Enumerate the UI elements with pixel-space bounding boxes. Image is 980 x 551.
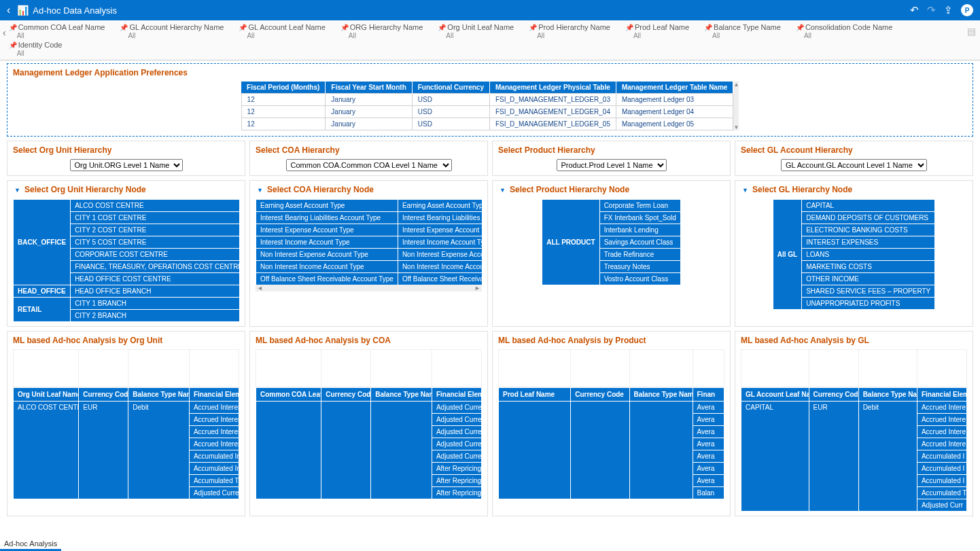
node-item[interactable]: UNAPPROPRIATED PROFITS [802,297,935,309]
node-item[interactable]: Corporate Term Loan [599,199,680,211]
column-header[interactable]: Fiscal Year Start Month [326,82,412,94]
analysis-table[interactable]: Org Unit Leaf NameCurrency CodeBalance T… [13,387,239,499]
column-header[interactable]: Currency Code [809,387,858,401]
node-item[interactable]: CORPORATE COST CENTRE [71,248,239,260]
node-item[interactable]: CITY 5 COST CENTRE [71,236,239,248]
node-item[interactable]: SHARED SERVICE FEES – PROPERTY [802,285,935,297]
node-group[interactable]: HEAD_OFFICE [14,285,71,297]
column-header[interactable]: Fiscal Period (Months) [241,82,326,94]
coa-hierarchy-select[interactable]: Common COA.Common COA Level 1 Name [286,159,452,171]
coa-node-scrollbar[interactable] [256,285,482,291]
node-item[interactable]: Interbank Lending [599,224,680,236]
node-group[interactable]: BACK_OFFICE [14,199,71,285]
table-row[interactable]: 12JanuaryUSDFSI_D_MANAGEMENT_LEDGER_03Ma… [241,94,733,106]
node-item[interactable]: HEAD OFFICE BRANCH [71,285,239,297]
node-item[interactable]: CITY 1 COST CENTRE [71,211,239,224]
column-header[interactable]: Balance Type Name [128,387,190,401]
column-header[interactable]: Currency Code [79,387,128,401]
column-header[interactable]: Management Ledger Table Name [616,82,733,94]
node-item[interactable]: Vostro Account Class [599,272,680,285]
node-item[interactable]: HEAD OFFICE COST CENTRE [71,272,239,285]
all-steps-icon[interactable]: ▤ [967,26,976,37]
node-group[interactable]: RETAIL [14,297,71,321]
node-group[interactable]: ALL PRODUCT [542,199,599,285]
gl-node-table[interactable]: All GLCAPITALDEMAND DEPOSITS OF CUSTOMER… [773,199,935,310]
node-row[interactable]: All GLCAPITAL [773,199,934,211]
node-item[interactable]: Interest Income Account Type [256,236,398,248]
node-item[interactable]: Savings Account Class [599,236,680,248]
export-button[interactable]: ⇪ [944,4,953,16]
column-header[interactable]: Balance Type Name [629,387,693,401]
node-row[interactable]: HEAD_OFFICEHEAD OFFICE BRANCH [14,285,240,297]
org-node-table[interactable]: BACK_OFFICEALCO COST CENTRECITY 1 COST C… [13,199,239,322]
preferences-scrollbar[interactable]: ▲▼ [733,82,739,130]
node-item[interactable]: Interest Expense Account Type [256,224,398,236]
table-row[interactable]: CAPITALEURDebitAccrued Intere [741,401,967,413]
product-node-table[interactable]: ALL PRODUCTCorporate Term LoanFX Interba… [542,199,681,285]
filter-icon[interactable]: ▼ [13,186,22,195]
analysis-table[interactable]: Prod Leaf NameCurrency CodeBalance Type … [498,387,724,499]
column-header[interactable]: Prod Leaf Name [499,387,571,401]
node-item[interactable]: Off Balance Sheet Receivable Account Typ… [398,272,482,285]
node-item[interactable]: Interest Expense Account Type [398,224,482,236]
filter-icon[interactable]: ▼ [256,186,264,195]
node-row[interactable]: Interest Income Account TypeInterest Inc… [256,236,483,248]
column-header[interactable]: Financial Elemen [189,387,239,401]
node-item[interactable]: LOANS [802,248,935,260]
gl-hierarchy-select[interactable]: GL Account.GL Account Level 1 Name [781,159,927,171]
node-item[interactable]: Non Interest Income Account Type [256,260,398,272]
product-hierarchy-select[interactable]: Product.Prod Level 1 Name [557,159,667,171]
redo-button[interactable]: ↷ [927,4,936,16]
node-item[interactable]: ALCO COST CENTRE [71,199,239,211]
table-row[interactable]: 12JanuaryUSDFSI_D_MANAGEMENT_LEDGER_04Ma… [241,106,733,118]
filter-item[interactable]: 📌Consolidation Code NameAll [796,23,892,39]
filter-item[interactable]: 📌ORG Hierarchy NameAll [340,23,423,39]
node-item[interactable]: FINANCE, TREASURY, OPERATIONS COST CENTR… [71,260,239,272]
column-header[interactable]: Org Unit Leaf Name [14,387,79,401]
node-item[interactable]: Off Balance Sheet Receivable Account Typ… [256,272,398,285]
filter-item[interactable]: 📌Prod Hierarchy NameAll [529,23,610,39]
filter-item[interactable]: 📌GL Account Leaf NameAll [239,23,325,39]
undo-button[interactable]: ↶ [910,4,919,16]
back-button[interactable]: ‹ [7,4,10,16]
node-item[interactable]: Treasury Notes [599,260,680,272]
preferences-table[interactable]: Fiscal Period (Months)Fiscal Year Start … [241,82,734,130]
node-item[interactable]: CITY 2 BRANCH [71,309,239,321]
node-item[interactable]: Non Interest Income Account Type [398,260,482,272]
node-item[interactable]: Non Interest Expense Account Type [398,248,482,260]
column-header[interactable]: Currency Code [321,387,371,401]
node-row[interactable]: Interest Expense Account TypeInterest Ex… [256,224,483,236]
column-header[interactable]: Common COA Leaf Name [256,387,321,401]
table-row[interactable]: 12JanuaryUSDFSI_D_MANAGEMENT_LEDGER_05Ma… [241,118,733,130]
analysis-table[interactable]: Common COA Leaf NameCurrency CodeBalance… [256,387,482,499]
table-row[interactable]: ALCO COST CENTREEURDebitAccrued Interest [14,401,239,413]
node-item[interactable]: OTHER INCOME [802,272,935,285]
node-row[interactable]: Non Interest Expense Account TypeNon Int… [256,248,483,260]
filter-icon[interactable]: ▼ [498,186,507,195]
node-item[interactable]: Interest Bearing Liabilities Account Typ… [256,211,398,224]
node-item[interactable]: Trade Refinance [599,248,680,260]
node-row[interactable]: ALL PRODUCTCorporate Term Loan [542,199,681,211]
table-row[interactable]: Avera [499,401,724,413]
node-row[interactable]: BACK_OFFICEALCO COST CENTRE [14,199,240,211]
column-header[interactable]: Financial Elem [917,387,966,401]
filter-item[interactable]: 📌Balance Type NameAll [704,23,781,39]
node-item[interactable]: Earning Asset Account Type [398,199,482,211]
column-header[interactable]: GL Account Leaf Name [741,387,809,401]
node-row[interactable]: RETAILCITY 1 BRANCH [14,297,240,309]
filter-item[interactable]: 📌GL Account Hierarchy NameAll [120,23,224,39]
node-item[interactable]: Interest Bearing Liabilities Account Typ… [398,211,482,224]
filter-item[interactable]: 📌Common COA Leaf NameAll [9,23,105,39]
node-item[interactable]: Non Interest Expense Account Type [256,248,398,260]
node-item[interactable]: MARKETING COSTS [802,260,935,272]
column-header[interactable]: Management Ledger Physical Table [490,82,616,94]
filter-item[interactable]: 📌Prod Leaf NameAll [625,23,689,39]
column-header[interactable]: Currency Code [571,387,629,401]
node-item[interactable]: CITY 2 COST CENTRE [71,224,239,236]
node-row[interactable]: Interest Bearing Liabilities Account Typ… [256,211,483,224]
footer-tab[interactable]: Ad-hoc Analysis [0,538,61,541]
node-item[interactable]: FX Interbank Spot_Sold [599,211,680,224]
node-row[interactable]: Earning Asset Account TypeEarning Asset … [256,199,483,211]
filter-icon[interactable]: ▼ [741,186,750,195]
node-item[interactable]: DEMAND DEPOSITS OF CUSTOMERS [802,211,935,224]
